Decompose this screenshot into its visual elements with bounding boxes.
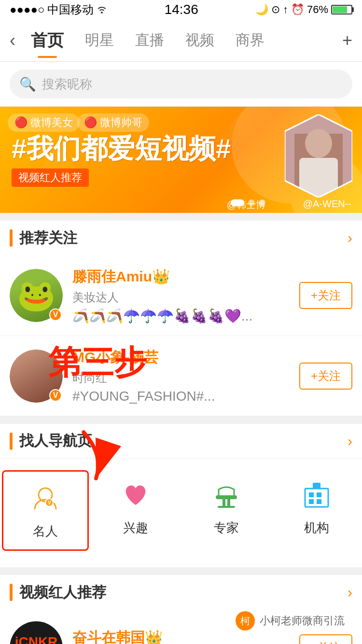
expert-label: 专家 [214, 519, 239, 536]
user-tags-2: #YOUNG_FASHION#... [72, 389, 290, 404]
user-tags-1: 🪃🪃🪃☂️☂️☂️🍇🍇🍇💜... [72, 308, 290, 324]
video-section-title: 视频红人推荐 [19, 583, 348, 602]
recommend-arrow[interactable]: › [348, 230, 352, 246]
nav-bar: ‹ 首页 明星 直播 视频 商界 + [0, 19, 362, 62]
status-right: 🌙 ⊙ ↑ ⏰ 76% [255, 3, 352, 16]
svg-rect-23 [313, 483, 320, 489]
user-info-1: 滕雨佳Amiu👑 美妆达人 🪃🪃🪃☂️☂️☂️🍇🍇🍇💜... [72, 267, 290, 324]
logo-avatar: iCNKR 奋斗在韩国 [10, 621, 63, 644]
svg-rect-8 [299, 158, 338, 197]
moon-icon: 🌙 [255, 3, 268, 16]
interest-label: 兴趣 [123, 519, 148, 536]
tab-live[interactable]: 直播 [125, 19, 175, 62]
video-section-arrow[interactable]: › [348, 584, 352, 601]
banner-tag1: 🔴 微博美女 [8, 113, 80, 132]
verified-badge-1: V [49, 308, 62, 321]
section-bar-3 [10, 584, 13, 601]
svg-rect-19 [309, 492, 314, 497]
expert-icon [209, 478, 244, 513]
find-people-header: 找人导航页 › [0, 424, 362, 459]
status-bar: ●●●●○ 中国移动 14:36 🌙 ⊙ ↑ ⏰ 76% [0, 0, 362, 19]
find-people-arrow[interactable]: › [348, 433, 352, 449]
search-placeholder: 搜索昵称 [42, 76, 92, 93]
page-dot-2 [248, 199, 255, 206]
bottom-follow-button[interactable]: +关注 [299, 634, 352, 644]
follow-button-2[interactable]: +关注 [299, 363, 352, 390]
time: 14:36 [165, 2, 198, 17]
svg-rect-21 [309, 499, 314, 504]
svg-rect-14 [216, 495, 237, 499]
svg-rect-17 [218, 506, 235, 508]
follow-button-1[interactable]: +关注 [299, 282, 352, 309]
user-cards: 🐸 V 滕雨佳Amiu👑 美妆达人 🪃🪃🪃☂️☂️☂️🍇🍇🍇💜... +关注 V… [0, 255, 362, 416]
banner-title: #我们都爱短视频# [12, 131, 231, 168]
institution-icon [299, 478, 334, 513]
watermark-text: 小柯老师微商引流 [260, 614, 345, 628]
verified-badge-2: V [49, 389, 62, 402]
banner-tag2: 🔴 微博帅哥 [77, 113, 149, 132]
alarm-icon: ⏰ [291, 3, 304, 16]
svg-rect-18 [305, 489, 328, 507]
user-name-2: MG小象-杨芸 [72, 348, 290, 367]
watermark: 柯 小柯老师微商引流 [228, 607, 352, 634]
svg-point-7 [305, 129, 332, 158]
watermark-avatar: 柯 [236, 611, 255, 630]
user-desc-1: 美妆达人 [72, 290, 290, 305]
banner[interactable]: 🔴 微博美女 🔴 微博帅哥 #我们都爱短视频# 视频红人推荐 @A-WEN-- … [0, 107, 362, 213]
status-left: ●●●●○ 中国移动 [10, 2, 107, 17]
user-name-1: 滕雨佳Amiu👑 [72, 267, 290, 287]
circle-icon: ⊙ [271, 3, 280, 16]
section-bar-2 [10, 433, 13, 450]
nav-item-institution[interactable]: 机构 [272, 468, 362, 553]
wifi-icon [97, 3, 107, 16]
battery-icon [331, 5, 352, 14]
svg-text:V: V [48, 500, 51, 505]
svg-rect-15 [223, 499, 225, 507]
page-dot-1 [231, 199, 244, 206]
tab-business[interactable]: 商界 [225, 19, 275, 62]
battery-percent: 76% [307, 3, 328, 16]
nav-page-items: V 名人 兴趣 [0, 459, 362, 567]
user-card-2: V MG小象-杨芸 时尚红 #YOUNG_FASHION#... +关注 第三步 [0, 336, 362, 416]
nav-item-expert[interactable]: 专家 [181, 468, 272, 553]
tab-video[interactable]: 视频 [175, 19, 225, 62]
location-icon: ↑ [283, 3, 288, 16]
user-desc-2: 时尚红 [72, 370, 290, 386]
page-dot-3 [259, 199, 265, 206]
nav-tabs: 首页 明星 直播 视频 商界 [20, 19, 342, 62]
user-info-2: MG小象-杨芸 时尚红 #YOUNG_FASHION#... [72, 348, 290, 404]
svg-rect-16 [227, 499, 230, 507]
user-card-1: 🐸 V 滕雨佳Amiu👑 美妆达人 🪃🪃🪃☂️☂️☂️🍇🍇🍇💜... +关注 [0, 255, 362, 336]
recommend-title: 推荐关注 [19, 228, 348, 248]
celebrity-icon: V [28, 481, 63, 516]
back-button[interactable]: ‹ [10, 30, 15, 51]
recommend-section-header: 推荐关注 › [0, 221, 362, 255]
search-icon: 🔍 [19, 76, 36, 92]
interest-icon [118, 478, 153, 513]
carrier: 中国移动 [47, 2, 94, 17]
tab-celebrity[interactable]: 明星 [74, 19, 125, 62]
signal-dots: ●●●●○ [10, 3, 44, 16]
find-people-section: 找人导航页 › V 名人 [0, 424, 362, 567]
institution-label: 机构 [304, 519, 329, 536]
avatar-wrap-2: V [10, 350, 63, 403]
logo-text: iCNKR [14, 635, 58, 644]
page-indicator [231, 199, 265, 206]
celebrity-label: 名人 [33, 523, 58, 540]
add-tab-button[interactable]: + [342, 30, 352, 51]
banner-subtitle: 视频红人推荐 [12, 168, 89, 187]
nav-item-celebrity-wrap: V 名人 [0, 468, 91, 553]
banner-person-label1: @A-WEN-- [303, 198, 351, 210]
svg-rect-22 [317, 499, 321, 504]
search-input-wrap[interactable]: 🔍 搜索昵称 [10, 70, 352, 98]
svg-rect-20 [317, 492, 321, 497]
tab-home[interactable]: 首页 [20, 19, 74, 62]
video-section-header: 视频红人推荐 › [0, 575, 362, 610]
search-bar: 🔍 搜索昵称 [0, 62, 362, 107]
banner-person [285, 114, 352, 197]
section-bar [10, 229, 13, 247]
avatar-wrap-1: 🐸 V [10, 269, 63, 322]
